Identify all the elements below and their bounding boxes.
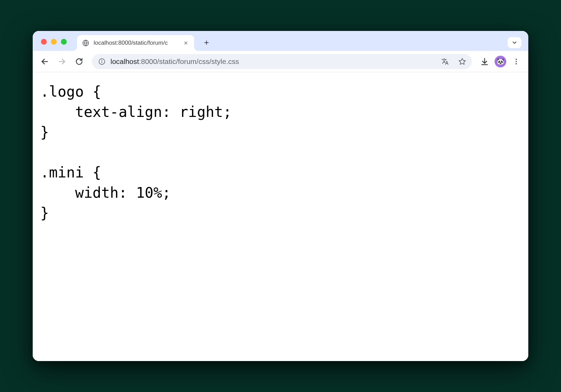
url-path: :8000/static/forum/css/style.css xyxy=(139,57,239,65)
svg-point-9 xyxy=(516,61,517,62)
svg-point-8 xyxy=(516,58,517,60)
window-controls xyxy=(41,39,67,45)
browser-tab[interactable]: localhost:8000/static/forum/c xyxy=(77,35,194,51)
globe-icon xyxy=(82,39,89,47)
page-content: .logo { text-align: right; } .mini { wid… xyxy=(33,72,528,361)
avatar-emoji: 🐼 xyxy=(497,58,504,65)
site-info-icon[interactable] xyxy=(98,58,106,65)
back-button[interactable] xyxy=(38,54,52,69)
new-tab-button[interactable] xyxy=(200,36,213,49)
url-text: localhost:8000/static/forum/css/style.cs… xyxy=(110,57,434,66)
svg-point-10 xyxy=(516,63,517,64)
close-tab-button[interactable] xyxy=(182,40,189,46)
close-window-button[interactable] xyxy=(41,39,47,45)
url-host: localhost xyxy=(110,57,139,65)
minimize-window-button[interactable] xyxy=(51,39,57,45)
toolbar: localhost:8000/static/forum/css/style.cs… xyxy=(33,51,528,72)
profile-avatar[interactable]: 🐼 xyxy=(495,56,506,67)
tab-search-button[interactable] xyxy=(508,37,521,48)
translate-icon[interactable] xyxy=(439,55,451,68)
svg-point-5 xyxy=(102,60,102,60)
bookmark-icon[interactable] xyxy=(456,55,468,68)
browser-window: localhost:8000/static/forum/c xyxy=(33,31,528,361)
forward-button[interactable] xyxy=(55,54,69,69)
svg-marker-6 xyxy=(459,58,465,64)
tab-title: localhost:8000/static/forum/c xyxy=(94,40,178,46)
menu-button[interactable] xyxy=(509,54,523,69)
downloads-button[interactable] xyxy=(477,54,492,69)
maximize-window-button[interactable] xyxy=(61,39,67,45)
css-source: .logo { text-align: right; } .mini { wid… xyxy=(40,82,521,224)
reload-button[interactable] xyxy=(72,54,86,69)
address-bar[interactable]: localhost:8000/static/forum/css/style.cs… xyxy=(92,54,472,69)
tab-strip: localhost:8000/static/forum/c xyxy=(33,31,528,51)
